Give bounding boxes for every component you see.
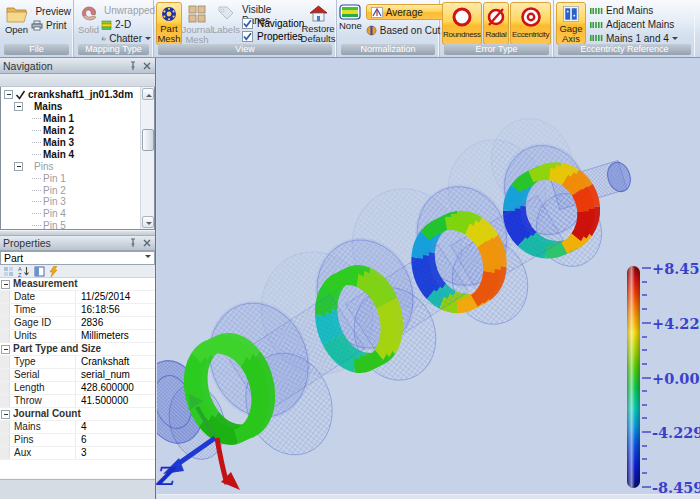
two-d-button[interactable]: 2-D	[101, 18, 151, 32]
selector-dropdown-arrow	[145, 255, 151, 261]
expander-icon[interactable]	[14, 162, 23, 171]
properties-description-area	[0, 478, 155, 499]
adjacent-mains-button[interactable]: Adjacent Mains	[590, 18, 678, 32]
preview-button[interactable]: Preview	[31, 4, 71, 18]
mains-1-and-4-dropdown-arrow[interactable]	[672, 37, 678, 43]
chatter-button[interactable]: Chatter	[101, 31, 151, 45]
eccentricity-button[interactable]: Eccentricity	[510, 2, 551, 45]
based-on-cut-label: Based on Cut 1	[380, 25, 449, 36]
labels-tag-icon	[216, 4, 236, 24]
color-scale-bar	[627, 266, 640, 488]
tree-item-pin-3[interactable]: Pin 3	[1, 196, 154, 208]
ribbon-group-error-type: Roundness Radial Eccentricity	[440, 0, 554, 57]
property-row-units: UnitsMillimeters	[0, 330, 155, 343]
solid-label: Solid	[78, 25, 99, 35]
property-label: Gage ID	[10, 317, 76, 329]
properties-object-selector[interactable]: Part	[0, 251, 155, 265]
selector-value: Part	[4, 252, 23, 264]
pin-icon[interactable]	[128, 61, 138, 71]
tree-item-pin-2[interactable]: Pin 2	[1, 184, 154, 196]
radial-button[interactable]: Radial	[483, 2, 509, 45]
property-row-type: TypeCrankshaft	[0, 356, 155, 369]
check-icon	[243, 19, 252, 28]
mains-1-and-4-button[interactable]: Mains 1 and 4	[590, 31, 678, 45]
gage-axis-button[interactable]: Gage Axis	[556, 2, 586, 45]
section-title: Part Type and Size	[13, 343, 101, 355]
svg-text:Z: Z	[18, 272, 22, 277]
unwrapped-label: Unwrapped	[104, 5, 155, 16]
tree-item-pin-1[interactable]: Pin 1	[1, 172, 154, 184]
none-button[interactable]: None	[339, 2, 362, 45]
solid-button[interactable]: Solid	[76, 2, 101, 45]
tree-item-mains[interactable]: Mains	[1, 101, 154, 113]
part-mesh-label: Part Mesh	[157, 24, 181, 44]
eccentricity-icon	[519, 5, 543, 29]
pin-icon[interactable]	[128, 238, 138, 248]
properties-checkbox-label: Properties	[257, 31, 303, 42]
expander-icon[interactable]	[4, 90, 13, 99]
navigation-checkbox[interactable]: Navigation	[242, 17, 302, 30]
tree-item-main-2[interactable]: Main 2	[1, 125, 154, 137]
expander-icon[interactable]	[14, 102, 23, 111]
scroll-down-button[interactable]	[142, 216, 154, 228]
tree-item-main-1[interactable]: Main 1	[1, 113, 154, 125]
adjacent-mains-label: Adjacent Mains	[606, 19, 674, 30]
section-expander-icon[interactable]	[1, 345, 10, 354]
tree-item-main-3[interactable]: Main 3	[1, 137, 154, 149]
tree-item-pin-5[interactable]: Pin 5	[1, 220, 154, 230]
3d-viewport[interactable]: +8.4598 +4.2299 +0.0000 -4.2299 -8.4598 …	[157, 58, 700, 499]
mains-1-and-4-label: Mains 1 and 4	[606, 33, 669, 44]
section-expander-icon[interactable]	[1, 410, 10, 419]
tree-item-root[interactable]: crankshaft1_jn01.3dm	[1, 89, 154, 101]
tree-item-main-4-label: Main 4	[43, 149, 74, 160]
end-mains-button[interactable]: End Mains	[590, 4, 678, 18]
open-button[interactable]: Open	[2, 2, 31, 45]
roundness-button[interactable]: Roundness	[442, 2, 482, 45]
properties-panel-title: Properties	[3, 237, 51, 249]
print-button[interactable]: Print	[31, 18, 71, 32]
tree-item-main-4[interactable]: Main 4	[1, 148, 154, 160]
tree-item-pin-2-label: Pin 2	[43, 185, 66, 196]
chatter-dropdown-arrow[interactable]	[145, 37, 151, 43]
close-icon[interactable]	[142, 238, 152, 248]
properties-checkbox[interactable]: Properties	[242, 30, 302, 43]
sort-az-icon[interactable]: A Z	[18, 266, 30, 277]
tree-scrollbar[interactable]	[140, 87, 154, 229]
unwrapped-button[interactable]: Unwrapped	[101, 4, 151, 18]
restore-defaults-label: Restore Defaults	[301, 24, 336, 44]
section-header-measurement[interactable]: Measurement	[0, 278, 155, 291]
property-pages-icon[interactable]	[34, 266, 45, 277]
labels-button[interactable]: Labels	[212, 2, 240, 45]
events-icon[interactable]	[49, 266, 58, 277]
journal-mesh-button[interactable]: Journal Mesh	[182, 2, 212, 45]
tree-item-pins[interactable]: Pins	[1, 160, 154, 172]
section-header-journal-count[interactable]: Journal Count	[0, 408, 155, 421]
scroll-up-button[interactable]	[142, 88, 154, 100]
property-value: 2836	[76, 317, 155, 329]
tree-item-pin-4-label: Pin 4	[43, 208, 66, 219]
scrollbar-thumb[interactable]	[142, 129, 154, 151]
property-value: 428.600000	[76, 382, 155, 394]
normalization-group-label: Normalization	[341, 44, 435, 55]
property-value: 6	[76, 434, 155, 446]
navigation-tree: crankshaft1_jn01.3dm Mains Main 1 Main 2…	[0, 87, 155, 230]
property-value: Millimeters	[76, 330, 155, 342]
tree-item-root-label: crankshaft1_jn01.3dm	[28, 89, 133, 100]
z-axis-label: Z	[155, 462, 173, 491]
section-header-part-type[interactable]: Part Type and Size	[0, 343, 155, 356]
property-row-gage-id: Gage ID2836	[0, 317, 155, 330]
categorized-icon[interactable]	[3, 266, 14, 277]
printer-icon	[31, 20, 43, 31]
left-panel-column: Navigation crankshaft1_jn01.3dm Mains	[0, 58, 156, 499]
property-row-date: Date11/25/2014	[0, 291, 155, 304]
property-label: Length	[10, 382, 76, 394]
none-icon	[339, 4, 361, 20]
tree-item-pin-4[interactable]: Pin 4	[1, 208, 154, 220]
close-icon[interactable]	[142, 61, 152, 71]
restore-defaults-button[interactable]: Restore Defaults	[302, 2, 334, 45]
properties-toolbar: A Z	[0, 265, 155, 278]
section-expander-icon[interactable]	[1, 280, 10, 289]
property-label: Units	[10, 330, 76, 342]
part-mesh-button[interactable]: Part Mesh	[156, 2, 182, 45]
ribbon: Open Preview	[0, 0, 700, 58]
